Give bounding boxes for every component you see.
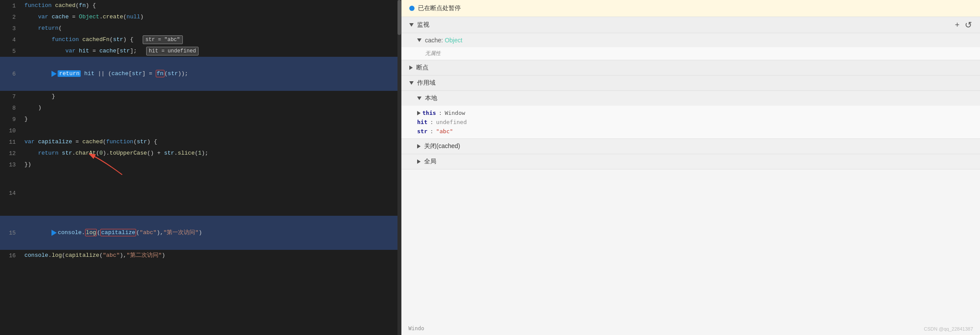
local-title: 本地: [425, 94, 437, 102]
global-section: 全局: [401, 154, 980, 169]
line-content-11: var capitalize = cached(function(str) {: [22, 136, 401, 148]
line-content-13: }): [22, 159, 401, 170]
cache-content: 无属性: [401, 47, 980, 60]
this-expand-icon: [417, 111, 421, 115]
code-line-7: 7 }: [0, 91, 401, 102]
scrollbar-thumb[interactable]: [397, 0, 401, 35]
cache-title: cache: Object: [425, 37, 463, 44]
code-line-9: 9 }: [0, 114, 401, 125]
cache-section-header[interactable]: cache: Object: [401, 33, 980, 47]
line-content-14: [22, 170, 401, 216]
line-num-2: 2: [0, 14, 22, 21]
line-num-14: 14: [0, 190, 22, 197]
watch-section: 监视 + ↺: [401, 17, 980, 33]
watch-add-button[interactable]: +: [955, 21, 959, 29]
line-num-10: 10: [0, 128, 22, 134]
arrow-marker-15: [51, 230, 57, 236]
arrow-marker-6: [51, 71, 57, 77]
local-content: this : Window hit : undefined str : "abc…: [401, 106, 980, 138]
line-num-3: 3: [0, 25, 22, 32]
debug-item-str: str : "abc": [417, 127, 972, 136]
line-content-12: return str.charAt(0).toUpperCase() + str…: [22, 148, 401, 159]
code-line-6: 6 return hit || (cache[str] = fn(str));: [0, 57, 401, 91]
line-num-8: 8: [0, 105, 22, 111]
scope-section: 作用域: [401, 76, 980, 91]
debug-panel: 已在断点处暂停 监视 + ↺ cache: Object 无属性: [401, 0, 980, 335]
closure-expand-icon: [417, 144, 421, 149]
closure-section-header[interactable]: 关闭(cached): [401, 139, 980, 154]
code-line-5: 5 var hit = cache[str]; hit = undefined: [0, 45, 401, 57]
local-section-header[interactable]: 本地: [401, 91, 980, 106]
line-content-6: return hit || (cache[str] = fn(str));: [22, 57, 401, 91]
debug-item-hit: hit : undefined: [417, 117, 972, 127]
cache-expand-icon: [417, 38, 421, 42]
code-line-12: 12 return str.charAt(0).toUpperCase() + …: [0, 148, 401, 159]
scope-title: 作用域: [417, 79, 435, 87]
code-line-14: 14: [0, 170, 401, 216]
windo-label: Windo: [408, 325, 424, 332]
line-num-6: 6: [0, 71, 22, 77]
code-line-8: 8 ): [0, 102, 401, 114]
code-line-10: 10: [0, 125, 401, 136]
line-num-13: 13: [0, 162, 22, 168]
line-num-9: 9: [0, 116, 22, 123]
code-lines: 1 function cached(fn) { 2 var cache = Ob…: [0, 0, 401, 261]
code-line-3: 3 return(: [0, 23, 401, 34]
code-line-4: 4 function cachedFn(str) { str = "abc": [0, 34, 401, 45]
annotation-arrow: [87, 153, 140, 175]
line-content-7: }: [22, 91, 401, 102]
code-line-15: 15 console.log(capitalize("abc"),"第一次访问"…: [0, 216, 401, 250]
watermark: CSDN @qq_22841387: [924, 326, 973, 332]
breakpoint-dot: [409, 6, 415, 11]
cache-section: cache: Object 无属性: [401, 33, 980, 60]
line-content-5: var hit = cache[str]; hit = undefined: [22, 45, 401, 57]
debug-item-this: this : Window: [417, 108, 972, 117]
scope-section-header[interactable]: 作用域: [401, 76, 980, 90]
watch-expand-icon: [409, 23, 414, 27]
line-content-2: var cache = Object.create(null): [22, 11, 401, 23]
line-num-16: 16: [0, 252, 22, 259]
line-num-12: 12: [0, 150, 22, 157]
line-num-15: 15: [0, 230, 22, 236]
watch-title: 监视: [417, 21, 429, 29]
global-expand-icon: [417, 159, 421, 164]
line-content-1: function cached(fn) {: [22, 0, 401, 11]
code-line-13: 13 }): [0, 159, 401, 170]
line-content-16: console.log(capitalize("abc"),"第二次访问"): [22, 250, 401, 261]
breakpoints-expand-icon: [409, 66, 413, 70]
line-num-7: 7: [0, 93, 22, 100]
code-line-2: 2 var cache = Object.create(null): [0, 11, 401, 23]
global-title: 全局: [424, 158, 436, 166]
line-num-5: 5: [0, 48, 22, 55]
debug-header: 已在断点处暂停: [401, 0, 980, 17]
watch-refresh-button[interactable]: ↺: [965, 21, 972, 29]
line-num-1: 1: [0, 3, 22, 9]
line-num-4: 4: [0, 37, 22, 43]
cache-no-props: 无属性: [417, 50, 972, 57]
local-section: 本地 this : Window hit : undefined str: [401, 91, 980, 139]
closure-section: 关闭(cached): [401, 139, 980, 154]
closure-title: 关闭(cached): [424, 142, 460, 150]
local-expand-icon: [417, 97, 421, 100]
line-content-3: return(: [22, 23, 401, 34]
scope-expand-icon: [409, 81, 414, 85]
breakpoints-section: 断点: [401, 60, 980, 76]
watch-section-header[interactable]: 监视 + ↺: [401, 17, 980, 33]
line-content-8: ): [22, 102, 401, 114]
code-line-11: 11 var capitalize = cached(function(str)…: [0, 136, 401, 148]
debug-header-title: 已在断点处暂停: [418, 4, 461, 12]
line-content-15: console.log(capitalize("abc"),"第一次访问"): [22, 216, 401, 250]
breakpoints-title: 断点: [416, 64, 428, 72]
line-content-9: }: [22, 114, 401, 125]
line-content-4: function cachedFn(str) { str = "abc": [22, 34, 401, 45]
code-line-16: 16 console.log(capitalize("abc"),"第二次访问"…: [0, 250, 401, 261]
global-section-header[interactable]: 全局: [401, 154, 980, 169]
code-panel: 1 function cached(fn) { 2 var cache = Ob…: [0, 0, 401, 335]
scrollbar-track[interactable]: [397, 0, 401, 335]
code-line-1: 1 function cached(fn) {: [0, 0, 401, 11]
line-num-11: 11: [0, 139, 22, 145]
breakpoints-section-header[interactable]: 断点: [401, 60, 980, 75]
debug-footer: CSDN @qq_22841387 Windo: [401, 169, 980, 335]
